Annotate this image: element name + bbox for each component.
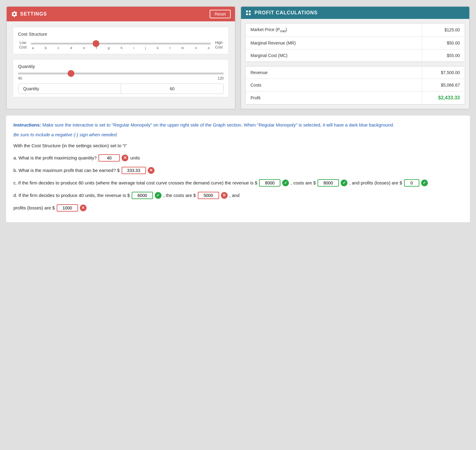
- mc-label: Marginal Cost (MC): [246, 49, 422, 62]
- quantity-section: Quantity 40 120 Quantity 60: [13, 59, 229, 97]
- instructions-section: Instructions: Make sure the interactive …: [6, 116, 470, 223]
- question-c-mid2: , and profits (losses) are $: [349, 179, 402, 187]
- market-price-row: Market Price (Pmkt) $125.00: [246, 23, 465, 37]
- cost-slider-container: a b c d e f g h i j k l m: [31, 40, 211, 50]
- question-c-status1: ✓: [282, 180, 289, 186]
- question-c-status3: ✓: [421, 180, 428, 186]
- profit-row: Profit $2,433.33: [246, 91, 465, 104]
- settings-body: Cost Structure LowCost a b c d e f g: [7, 21, 235, 103]
- profit-top-table: Market Price (Pmkt) $125.00 Marginal Rev…: [245, 23, 465, 62]
- question-d-ans3[interactable]: [57, 204, 78, 212]
- question-a-suffix: units: [130, 154, 140, 162]
- gear-icon: [11, 11, 18, 17]
- question-d-profits-row: profits (losses) are $ ✕: [13, 204, 463, 212]
- revenue-label: Revenue: [246, 66, 422, 79]
- instructions-bold-label: Instructions:: [13, 122, 41, 127]
- question-a-row: a. What is the profit maximizing quantit…: [13, 154, 463, 162]
- profit-header-label: PROFIT CALCULATIONS: [254, 10, 318, 16]
- question-a-input[interactable]: [98, 154, 120, 162]
- revenue-row: Revenue $7,500.00: [246, 66, 465, 79]
- instructions-body: Make sure the interactive is set to "Reg…: [41, 122, 394, 127]
- qty-range-labels: 40 120: [18, 76, 224, 80]
- grid-icon: [245, 10, 251, 16]
- question-b-text: b. What is the maximum profit that can b…: [13, 166, 120, 174]
- question-d-mid2: , and: [229, 191, 240, 199]
- market-price-value: $125.00: [422, 24, 465, 36]
- question-c-ans2[interactable]: [318, 179, 339, 187]
- question-c-ans1[interactable]: [259, 179, 280, 187]
- cost-structure-slider[interactable]: [31, 43, 211, 45]
- qty-input-label: Quantity: [18, 84, 121, 94]
- question-d-status1: ✓: [155, 192, 162, 199]
- cost-structure-section: Cost Structure LowCost a b c d e f g: [13, 27, 229, 54]
- question-b-row: b. What is the maximum profit that can b…: [13, 166, 463, 174]
- profit-header: PROFIT CALCULATIONS: [241, 7, 469, 19]
- question-d-prefix: d. If the firm decides to produce 40 uni…: [13, 191, 130, 199]
- instructions-italic: Be sure to include a negative (-) sign w…: [13, 132, 463, 137]
- cost-slider-row: LowCost a b c d e f g h i: [18, 40, 224, 50]
- question-d-profits-label: profits (losses) are $: [13, 204, 55, 212]
- question-a-status: ✕: [122, 155, 128, 161]
- revenue-value: $7,500.00: [422, 66, 465, 79]
- question-b-status: ✕: [148, 167, 155, 174]
- instructions-main: Instructions: Make sure the interactive …: [13, 122, 463, 129]
- quantity-slider[interactable]: [18, 73, 224, 74]
- costs-label: Costs: [246, 79, 422, 91]
- question-c-status2: ✓: [341, 180, 347, 186]
- profit-body: Market Price (Pmkt) $125.00 Marginal Rev…: [241, 19, 469, 109]
- reset-button[interactable]: Reset: [210, 10, 231, 18]
- question-d-mid1: , the costs are $: [163, 191, 196, 199]
- slider-letters: a b c d e f g h i j k l m: [31, 46, 211, 50]
- settings-title: SETTINGS: [20, 11, 47, 17]
- profit-panel: PROFIT CALCULATIONS Market Price (Pmkt) …: [240, 6, 470, 109]
- question-c-row: c. If the firm decides to produce 80 uni…: [13, 179, 463, 187]
- context-text: With the Cost Structure (in the settings…: [13, 142, 463, 149]
- costs-value: $5,066.67: [422, 79, 465, 91]
- qty-min-label: 40: [18, 76, 22, 80]
- mc-row: Marginal Cost (MC) $55.00: [246, 49, 465, 62]
- settings-panel: SETTINGS Reset Cost Structure LowCost a …: [6, 6, 236, 109]
- profit-bottom-table: Revenue $7,500.00 Costs $5,066.67 Profit…: [245, 66, 465, 105]
- question-a-text: a. What is the profit maximizing quantit…: [13, 154, 97, 162]
- mc-value: $55.00: [422, 49, 465, 62]
- question-d-status2: ✕: [221, 192, 228, 199]
- qty-input-value: 60: [121, 84, 223, 94]
- question-d-status3: ✕: [80, 205, 87, 211]
- question-d-row: d. If the firm decides to produce 40 uni…: [13, 191, 463, 199]
- question-d-ans2[interactable]: [198, 192, 219, 199]
- low-cost-label: LowCost: [18, 41, 28, 49]
- profit-label: Profit: [246, 92, 422, 104]
- question-c-mid1: , costs are $: [291, 179, 316, 187]
- mr-value: $50.00: [422, 37, 465, 49]
- quantity-title: Quantity: [18, 64, 224, 69]
- question-b-input[interactable]: [122, 167, 146, 174]
- mr-label: Marginal Revenue (MR): [246, 37, 422, 49]
- cost-structure-title: Cost Structure: [18, 31, 224, 37]
- high-cost-label: HighCost: [214, 41, 224, 49]
- quantity-slider-row: [18, 73, 224, 74]
- mr-row: Marginal Revenue (MR) $50.00: [246, 37, 465, 49]
- settings-header: SETTINGS Reset: [7, 7, 235, 21]
- question-d-ans1[interactable]: [132, 192, 153, 199]
- settings-header-left: SETTINGS: [11, 11, 47, 17]
- market-price-label: Market Price (Pmkt): [246, 23, 422, 37]
- question-c-prefix: c. If the firm decides to produce 80 uni…: [13, 179, 257, 187]
- qty-max-label: 120: [218, 76, 224, 80]
- question-c-ans3[interactable]: [404, 179, 419, 187]
- profit-value: $2,433.33: [422, 91, 465, 104]
- quantity-input-row: Quantity 60: [18, 84, 224, 94]
- costs-row: Costs $5,066.67: [246, 79, 465, 91]
